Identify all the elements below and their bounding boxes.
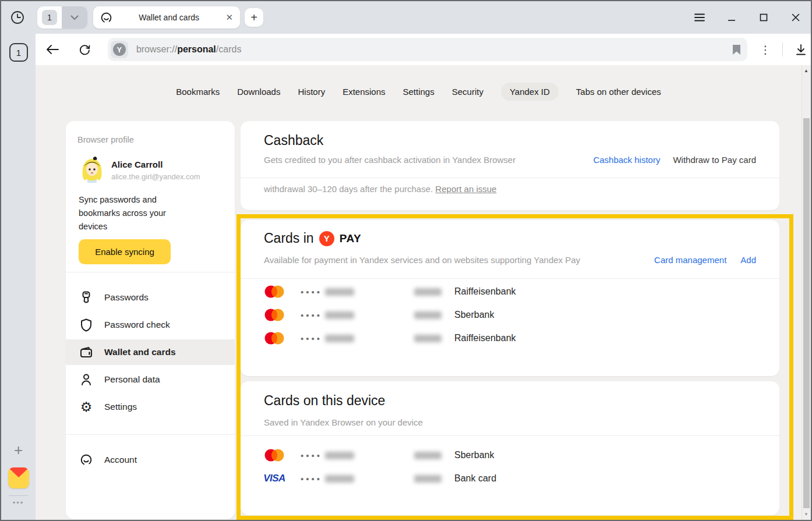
toolbar-kebab-icon[interactable]: ⋮ (755, 40, 775, 59)
enable-syncing-button[interactable]: Enable syncing (79, 239, 171, 264)
nav-tab-other-devices[interactable]: Tabs on other devices (576, 83, 661, 101)
browser-window: 1 Wallet and cards ✕ + (0, 0, 812, 521)
card-row[interactable]: •••• Sberbank (241, 303, 779, 327)
sidebar-item-label: Wallet and cards (104, 347, 176, 357)
sidebar-item-label: Password check (104, 320, 170, 330)
blurred-expiry-date (414, 288, 442, 296)
sidebar-item-account[interactable]: Account (66, 447, 235, 473)
card-row[interactable]: •••• Sberbank (241, 444, 779, 467)
blurred-card-number (325, 335, 354, 342)
chevron-down-icon (70, 15, 79, 20)
downloads-icon[interactable] (791, 40, 811, 59)
blurred-card-number (325, 288, 354, 296)
sidebar-item-wallet-and-cards[interactable]: Wallet and cards (66, 339, 235, 365)
left-rail: 1 + ••• (1, 34, 36, 520)
address-bar[interactable]: Y browser://personal/cards (108, 38, 747, 61)
bank-name: Raiffeisenbank (454, 286, 516, 297)
scrollbar-thumb[interactable] (803, 118, 810, 508)
sidebar-item-password-check[interactable]: Password check (66, 312, 235, 338)
close-window-icon[interactable] (789, 10, 803, 24)
mastercard-logo (262, 309, 287, 321)
blurred-expiry-date (414, 311, 442, 319)
withdraw-to-pay-card-link[interactable]: Withdraw to Pay card (673, 155, 756, 165)
titlebar: 1 Wallet and cards ✕ + (1, 1, 811, 34)
tab-close-icon[interactable]: ✕ (225, 12, 233, 23)
card-row[interactable]: •••• Raiffeisenbank (241, 327, 779, 350)
sidebar-item-label: Personal data (104, 374, 160, 385)
new-tab-button[interactable]: + (245, 8, 263, 27)
masked-digits: •••• (301, 310, 320, 320)
bookmark-flag-icon[interactable] (733, 45, 740, 55)
device-cards-section: Cards on this device Saved in Yandex Bro… (241, 381, 779, 515)
back-icon[interactable] (43, 40, 62, 59)
settings-nav-tabs: Bookmarks Downloads History Extensions S… (36, 83, 802, 101)
rail-divider (9, 495, 28, 496)
menu-hamburger-icon[interactable] (693, 10, 707, 24)
scroll-up-arrow-icon[interactable]: ▲ (804, 68, 809, 73)
nav-tab-downloads[interactable]: Downloads (237, 83, 280, 101)
nav-tab-settings[interactable]: Settings (403, 83, 435, 101)
toolbar-divider (782, 42, 783, 56)
minimize-icon[interactable] (725, 10, 739, 24)
person-icon (79, 373, 94, 386)
add-card-link[interactable]: Add (740, 255, 756, 265)
nav-tab-extensions[interactable]: Extensions (343, 83, 385, 101)
nav-tab-yandex-id[interactable]: Yandex ID (501, 83, 559, 101)
card-divider (241, 178, 779, 178)
cashback-title: Cashback (264, 133, 323, 148)
profile-email: alice.the.girl@yandex.com (111, 172, 200, 181)
sidebar-item-settings[interactable]: ⚙ Settings (66, 394, 235, 420)
nav-tab-history[interactable]: History (298, 83, 325, 101)
sidebar-divider (66, 272, 235, 272)
tab-group-badge[interactable]: 1 (37, 6, 62, 29)
shield-icon (79, 318, 94, 332)
tab-counter-button[interactable]: 1 (9, 43, 28, 62)
bank-name: Sberbank (454, 310, 495, 320)
report-an-issue-link[interactable]: Report an issue (435, 184, 496, 194)
scrollbar[interactable]: ▲ ▼ (802, 65, 811, 520)
rail-add-icon[interactable]: + (1, 441, 36, 459)
tab-wallet-and-cards[interactable]: Wallet and cards ✕ (93, 6, 240, 29)
sidebar-item-personal-data[interactable]: Personal data (66, 367, 235, 392)
toolbar: Y browser://personal/cards ⋮ (36, 34, 811, 65)
mastercard-logo (262, 332, 287, 345)
card-divider (241, 435, 779, 436)
profile-section-label: Browser profile (77, 135, 134, 144)
mastercard-logo (262, 449, 287, 462)
yandex-mail-icon[interactable] (8, 467, 29, 488)
card-row[interactable]: VISA •••• Bank card (241, 467, 779, 490)
blurred-expiry-date (414, 335, 442, 342)
masked-digits: •••• (301, 474, 320, 484)
blurred-card-number (325, 311, 354, 319)
sidebar-divider (66, 434, 235, 435)
nav-tab-security[interactable]: Security (452, 83, 483, 101)
sidebar-item-label: Account (104, 455, 137, 465)
reload-icon[interactable] (75, 40, 95, 59)
rail-overflow-icon[interactable]: ••• (1, 498, 36, 507)
page-favicon: Y (111, 41, 128, 58)
settings-page: Bookmarks Downloads History Extensions S… (36, 65, 811, 520)
url-text[interactable]: browser://personal/cards (136, 44, 733, 55)
history-clock-icon[interactable] (7, 7, 28, 28)
tab-group-count: 1 (42, 10, 57, 25)
maximize-icon[interactable] (757, 10, 771, 24)
gear-icon: ⚙ (79, 401, 94, 414)
card-row[interactable]: •••• Raiffeisenbank (241, 280, 779, 303)
cashback-section: Cashback Gets credited to you after cash… (241, 121, 779, 210)
card-management-link[interactable]: Card management (654, 255, 726, 265)
cashback-history-link[interactable]: Cashback history (593, 155, 660, 165)
blurred-expiry-date (414, 475, 442, 483)
ypay-subtitle: Available for payment in Yandex services… (264, 255, 580, 265)
sidebar-item-passwords[interactable]: Passwords (66, 285, 235, 310)
bank-name: Raiffeisenbank (454, 333, 516, 343)
scroll-down-arrow-icon[interactable]: ▼ (804, 512, 809, 517)
tab-group-control[interactable]: 1 (37, 6, 87, 29)
nav-tab-bookmarks[interactable]: Bookmarks (176, 83, 220, 101)
ypay-cards-section: Cards in Y PAY Available for payment in … (241, 220, 779, 376)
wallet-icon (79, 346, 94, 359)
masked-digits: •••• (301, 287, 320, 297)
tab-group-dropdown[interactable] (62, 6, 87, 29)
yandex-smile-icon (79, 453, 94, 466)
avatar (77, 154, 107, 183)
blurred-card-number (325, 475, 354, 483)
